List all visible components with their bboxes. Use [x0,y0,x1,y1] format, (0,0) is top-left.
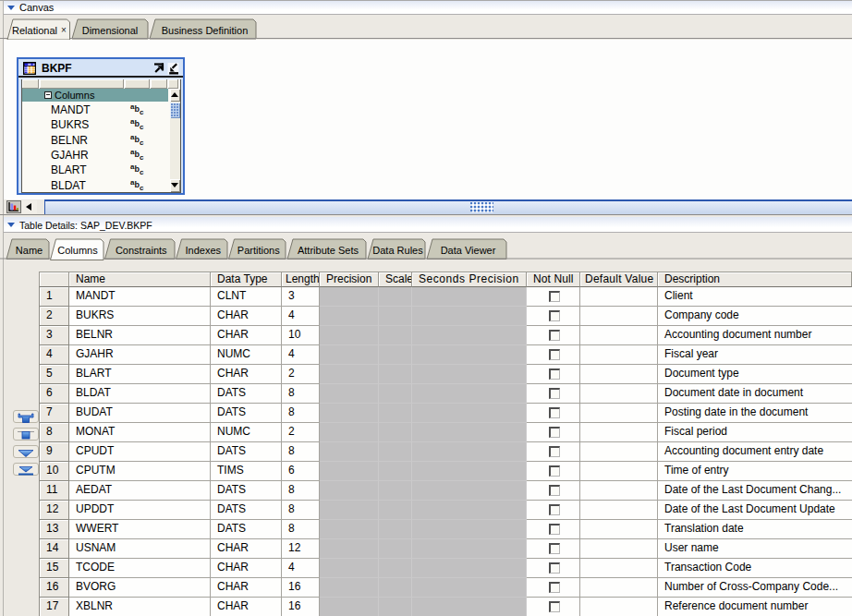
svg-text:Relational: Relational [12,25,57,36]
svg-text:Indexes: Indexes [185,245,221,256]
svg-text:Business Definition: Business Definition [162,25,249,36]
svg-text:Dimensional: Dimensional [82,25,139,36]
svg-text:Name: Name [16,245,43,256]
svg-text:×: × [61,25,67,35]
svg-text:Partitions: Partitions [237,245,280,256]
svg-text:Columns: Columns [57,245,98,256]
svg-text:Data Rules: Data Rules [372,245,423,256]
svg-text:Constraints: Constraints [116,245,167,256]
svg-text:Data Viewer: Data Viewer [441,245,496,256]
svg-text:Attribute Sets: Attribute Sets [298,245,359,256]
